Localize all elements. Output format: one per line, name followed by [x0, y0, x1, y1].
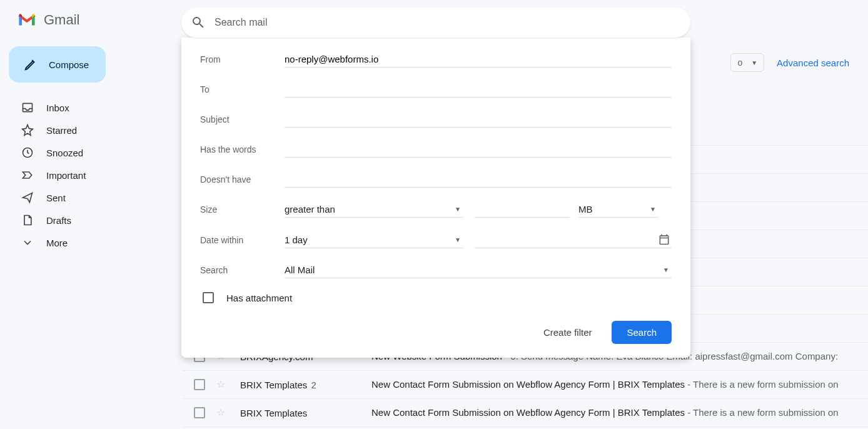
sidebar-item-more[interactable]: More: [9, 231, 175, 254]
search-input[interactable]: [214, 17, 681, 28]
logo-section: Gmail: [9, 12, 174, 28]
create-filter-button[interactable]: Create filter: [541, 321, 595, 344]
date-row: Date within 1 day ▼: [200, 231, 672, 248]
chevron-down-icon: [21, 236, 34, 249]
sidebar-item-important[interactable]: Important: [9, 164, 175, 186]
subject-row: Subject: [200, 111, 672, 128]
compose-label: Compose: [49, 59, 89, 70]
table-row[interactable]: ☆BRIX Templates 2New Contact Form Submis…: [183, 371, 868, 399]
send-icon: [21, 191, 34, 204]
to-label: To: [200, 84, 285, 94]
advanced-search-link[interactable]: Advanced search: [777, 58, 868, 68]
sidebar: Compose Inbox Starred Snoozed Important …: [0, 40, 175, 254]
search-in-select[interactable]: All Mail ▼: [285, 262, 672, 278]
size-operator-value: greater than: [285, 204, 335, 214]
sender: BRIX Templates 2: [240, 380, 371, 390]
inbox-icon: [21, 101, 34, 114]
search-in-label: Search: [200, 265, 285, 275]
date-within-select[interactable]: 1 day ▼: [285, 232, 463, 248]
file-icon: [21, 214, 34, 226]
to-dropdown-pill[interactable]: o ▼: [730, 53, 764, 72]
doesnt-have-row: Doesn't have: [200, 171, 672, 188]
has-words-label: Has the words: [200, 144, 285, 154]
sidebar-item-label: Sent: [46, 193, 66, 203]
doesnt-have-label: Doesn't have: [200, 174, 285, 184]
email-subject: New Contact Form Submission on Webflow A…: [371, 379, 685, 390]
from-field[interactable]: [285, 51, 672, 68]
chevron-down-icon: ▼: [650, 206, 656, 213]
has-attachment-checkbox[interactable]: [203, 292, 214, 303]
table-row[interactable]: ☆BRIX TemplatesNew Contact Form Submissi…: [183, 399, 868, 427]
clock-icon: [21, 146, 34, 159]
doesnt-have-field[interactable]: [285, 171, 672, 188]
star-icon[interactable]: ☆: [216, 406, 229, 419]
calendar-icon: [658, 233, 670, 246]
chevron-down-icon: ▼: [663, 266, 669, 273]
subject-field[interactable]: [285, 111, 672, 128]
pencil-icon: [24, 58, 38, 71]
to-row: To: [200, 81, 672, 98]
search-in-value: All Mail: [285, 265, 315, 275]
email-snippet: - There is a new form submission on: [685, 379, 839, 390]
date-within-value: 1 day: [285, 235, 308, 245]
important-icon: [21, 169, 34, 181]
size-label: Size: [200, 204, 285, 214]
has-words-row: Has the words: [200, 141, 672, 158]
checkbox[interactable]: [194, 407, 205, 418]
size-value-field[interactable]: [475, 201, 570, 218]
sidebar-item-inbox[interactable]: Inbox: [9, 96, 175, 119]
compose-button[interactable]: Compose: [9, 46, 106, 83]
sidebar-item-label: Important: [46, 170, 86, 181]
date-picker[interactable]: [475, 231, 672, 248]
sender-count: 2: [311, 380, 316, 390]
search-button[interactable]: Search: [612, 321, 672, 344]
search-in-row: Search All Mail ▼: [200, 262, 672, 278]
header-right: o ▼ Advanced search: [730, 53, 868, 72]
to-field[interactable]: [285, 81, 672, 98]
chevron-down-icon: ▼: [455, 206, 461, 213]
sidebar-item-label: More: [46, 238, 68, 248]
search-bar[interactable]: [181, 8, 690, 38]
from-row: From: [200, 51, 672, 68]
size-operator-select[interactable]: greater than ▼: [285, 201, 463, 218]
date-within-label: Date within: [200, 235, 285, 245]
email-subject: New Contact Form Submission on Webflow A…: [371, 407, 685, 418]
has-attachment-row: Has attachment: [203, 292, 672, 303]
has-words-field[interactable]: [285, 141, 672, 158]
sidebar-item-label: Inbox: [46, 103, 69, 113]
email-snippet: - There is a new form submission on: [685, 407, 839, 418]
advanced-search-panel: From To Subject Has the words Doesn't ha…: [181, 38, 690, 358]
sidebar-item-label: Drafts: [46, 215, 71, 226]
from-label: From: [200, 54, 285, 64]
gmail-icon: [18, 13, 36, 28]
star-icon[interactable]: ☆: [216, 378, 229, 391]
chevron-down-icon: ▼: [751, 59, 757, 66]
star-icon: [21, 124, 34, 136]
sidebar-item-drafts[interactable]: Drafts: [9, 209, 175, 231]
search-icon: [191, 15, 206, 30]
size-unit-select[interactable]: MB ▼: [578, 201, 659, 218]
panel-actions: Create filter Search: [200, 321, 672, 344]
size-row: Size greater than ▼ MB ▼: [200, 201, 672, 218]
has-attachment-label: Has attachment: [226, 293, 292, 303]
size-unit-value: MB: [578, 204, 593, 214]
sidebar-item-sent[interactable]: Sent: [9, 186, 175, 209]
sidebar-item-label: Snoozed: [46, 148, 83, 158]
sender: BRIX Templates: [240, 408, 371, 418]
checkbox[interactable]: [194, 379, 205, 390]
chevron-down-icon: ▼: [455, 236, 461, 243]
sidebar-item-snoozed[interactable]: Snoozed: [9, 141, 175, 164]
sidebar-item-starred[interactable]: Starred: [9, 119, 175, 141]
app-name: Gmail: [44, 12, 79, 28]
sidebar-item-label: Starred: [46, 125, 77, 136]
subject-label: Subject: [200, 114, 285, 124]
pill-text: o: [737, 58, 742, 68]
gmail-logo[interactable]: Gmail: [9, 12, 79, 28]
